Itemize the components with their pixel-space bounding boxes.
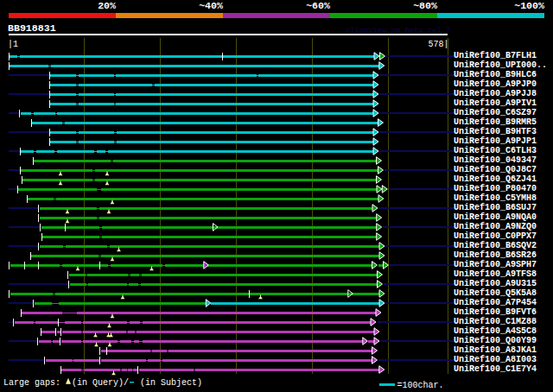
svg-text:UniRef100_B9HLC6: UniRef100_B9HLC6: [454, 70, 537, 79]
svg-text:UniRef100_B7FLH1: UniRef100_B7FLH1: [454, 51, 537, 60]
svg-text:UniRef100_B6SQV2: UniRef100_B6SQV2: [454, 241, 537, 250]
svg-text:UniRef100_B9RMR5: UniRef100_B9RMR5: [454, 117, 537, 127]
svg-text:UniRef100_A9PJP1: UniRef100_A9PJP1: [454, 136, 537, 146]
svg-text:|1: |1: [8, 40, 18, 49]
svg-text:UniRef100_UPI000..: UniRef100_UPI000..: [454, 60, 547, 70]
svg-text:~60%: ~60%: [306, 0, 330, 11]
svg-text:Large gaps:: Large gaps:: [3, 378, 60, 388]
svg-text:BB918831: BB918831: [8, 22, 56, 34]
svg-text:UniRef100_C0PPX7: UniRef100_C0PPX7: [454, 231, 537, 241]
svg-text:UniRef100_C1MZ88: UniRef100_C1MZ88: [454, 317, 537, 326]
svg-text:UniRef100_C5YMH8: UniRef100_C5YMH8: [454, 193, 537, 203]
svg-text:UniRef100_A8JKA1: UniRef100_A8JKA1: [454, 345, 537, 355]
svg-text:~100%: ~100%: [514, 0, 544, 11]
svg-text:UniRef100_Q5K5A8: UniRef100_Q5K5A8: [454, 288, 537, 298]
svg-text:UniRef100_A9TFS8: UniRef100_A9TFS8: [454, 269, 537, 279]
svg-text:UniRef100_A9U315: UniRef100_A9U315: [454, 279, 537, 288]
svg-text:UniRef100_A7P454: UniRef100_A7P454: [454, 298, 537, 307]
svg-text:UniRef100_C6SZ97: UniRef100_C6SZ97: [454, 108, 537, 117]
svg-text:UniRef100_A9NQA0: UniRef100_A9NQA0: [454, 212, 537, 222]
svg-text:UniRef100_Q6ZJ41: UniRef100_Q6ZJ41: [454, 174, 537, 184]
svg-text:UniRef100_A8I003: UniRef100_A8I003: [454, 355, 537, 364]
svg-text:UniRef100_B9HTF3: UniRef100_B9HTF3: [454, 127, 537, 136]
svg-text:UniRef100_Q00Y99: UniRef100_Q00Y99: [454, 336, 537, 345]
svg-text:=100char.: =100char.: [397, 381, 444, 390]
svg-text:20%: 20%: [98, 0, 116, 11]
svg-text:(in Query)/: (in Query)/: [72, 378, 129, 388]
svg-text:UniRef100_A9PJJ8: UniRef100_A9PJJ8: [454, 89, 537, 98]
svg-text:UniRef100_B9FVT6: UniRef100_B9FVT6: [454, 307, 537, 317]
svg-text:~80%: ~80%: [413, 0, 437, 11]
svg-text:(in Subject): (in Subject): [140, 378, 202, 388]
svg-text:UniRef100_049347: UniRef100_049347: [454, 155, 537, 165]
svg-text:UniRef100_A4S5C8: UniRef100_A4S5C8: [454, 326, 537, 336]
svg-text:UniRef100_B6SUJ7: UniRef100_B6SUJ7: [454, 203, 537, 212]
svg-text:UniRef100_P80470: UniRef100_P80470: [454, 184, 537, 193]
svg-text:578|: 578|: [428, 40, 448, 49]
svg-text:UniRef100_A9PJP0: UniRef100_A9PJP0: [454, 79, 537, 89]
svg-text:UniRef100_C6TLH3: UniRef100_C6TLH3: [454, 146, 537, 155]
svg-text:UniRef100_B6SR26: UniRef100_B6SR26: [454, 250, 537, 260]
svg-text:UniRef100_Q0J8C7: UniRef100_Q0J8C7: [454, 165, 537, 174]
svg-text:UniRef100_A9PIV1: UniRef100_A9PIV1: [454, 98, 537, 108]
svg-text:UniRef100_A9SPH7: UniRef100_A9SPH7: [454, 260, 537, 269]
svg-text:UniRef100_C1E7Y4: UniRef100_C1E7Y4: [454, 364, 537, 374]
svg-text:~40%: ~40%: [199, 0, 223, 11]
svg-text:UniRef100_A9NZQ0: UniRef100_A9NZQ0: [454, 222, 537, 231]
